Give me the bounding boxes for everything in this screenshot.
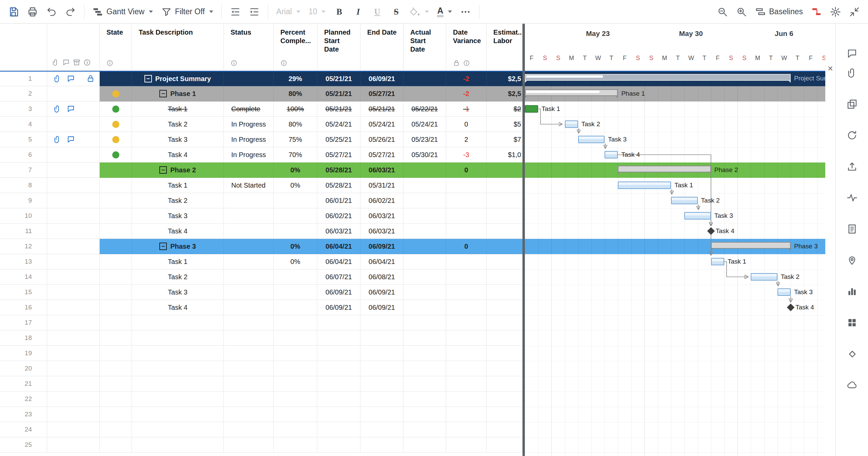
cell-start[interactable]: 06/09/21 [317, 300, 360, 315]
cell-status[interactable] [224, 361, 274, 376]
update-requests-button[interactable] [845, 128, 860, 143]
cell-end[interactable] [360, 422, 403, 437]
cell-percent[interactable] [274, 208, 317, 224]
cell-actual[interactable] [403, 346, 446, 361]
cell-task-description[interactable]: Task 2 [132, 193, 224, 208]
cell-start[interactable] [317, 392, 360, 407]
cell-labor[interactable] [487, 224, 522, 239]
proofs-button[interactable] [845, 97, 860, 112]
cell-end[interactable]: 06/02/21 [360, 193, 403, 208]
cell-task-description[interactable] [132, 330, 224, 346]
cell-end[interactable]: 06/03/21 [360, 224, 403, 239]
cell-status[interactable]: Not Started [224, 178, 274, 193]
cell-labor[interactable] [487, 437, 522, 453]
close-gantt-button[interactable]: × [826, 64, 835, 73]
gantt-bar-task[interactable] [618, 182, 671, 189]
font-family-select[interactable]: Arial [273, 3, 304, 21]
cell-variance[interactable] [446, 178, 487, 193]
cell-task-description[interactable]: Task 4 [132, 147, 224, 163]
cell-state[interactable] [100, 346, 132, 361]
font-size-select[interactable]: 10 [305, 3, 329, 21]
cell-actual[interactable] [403, 376, 446, 392]
row-number[interactable]: 20 [0, 361, 47, 376]
cell-actual[interactable] [403, 407, 446, 422]
cell-end[interactable]: 06/03/21 [360, 163, 403, 178]
cell-variance[interactable] [446, 300, 487, 315]
row-number[interactable]: 19 [0, 346, 47, 361]
row-number[interactable]: 25 [0, 437, 47, 453]
cell-actual[interactable]: 05/23/21 [403, 132, 446, 147]
cell-task-description[interactable]: Task 3 [132, 132, 224, 147]
summary-button[interactable] [845, 222, 860, 236]
cell-variance[interactable] [446, 193, 487, 208]
cell-state[interactable] [100, 147, 132, 163]
cell-labor[interactable] [487, 254, 522, 269]
row-attachment-icon[interactable] [53, 75, 61, 83]
cell-task-description[interactable] [132, 376, 224, 392]
cell-percent[interactable]: 80% [274, 117, 317, 132]
row-number[interactable]: 7 [0, 163, 47, 178]
cell-labor[interactable] [487, 346, 522, 361]
cell-state[interactable] [100, 361, 132, 376]
cell-variance[interactable] [446, 269, 487, 285]
cell-variance[interactable] [446, 407, 487, 422]
row-number[interactable]: 10 [0, 208, 47, 224]
cell-task-description[interactable] [132, 437, 224, 453]
cell-actual[interactable] [403, 239, 446, 254]
row-number[interactable]: 1 [0, 72, 47, 86]
gantt-bar-task[interactable] [684, 212, 711, 220]
cell-start[interactable] [317, 361, 360, 376]
print-button[interactable] [24, 3, 41, 21]
cell-start[interactable]: 06/04/21 [317, 239, 360, 254]
cell-variance[interactable] [446, 422, 487, 437]
cell-status[interactable] [224, 269, 274, 285]
cell-end[interactable]: 05/21/21 [360, 101, 403, 117]
cell-labor[interactable] [487, 285, 522, 300]
cell-task-description[interactable]: Task 1 [132, 178, 224, 193]
cell-task-description[interactable]: Task 3 [132, 208, 224, 224]
cell-end[interactable]: 06/08/21 [360, 269, 403, 285]
cell-percent[interactable] [274, 407, 317, 422]
cell-percent[interactable] [274, 330, 317, 346]
column-header-start[interactable]: PlannedStartDate [317, 24, 360, 71]
cell-actual[interactable] [403, 86, 446, 101]
cell-percent[interactable] [274, 437, 317, 453]
cell-start[interactable]: 05/25/21 [317, 132, 360, 147]
cell-end[interactable]: 06/09/21 [360, 300, 403, 315]
cell-state[interactable] [100, 101, 132, 117]
cell-status[interactable] [224, 72, 274, 86]
filter-button[interactable]: Filter Off [158, 3, 217, 21]
cell-labor[interactable] [487, 163, 522, 178]
cell-actual[interactable] [403, 300, 446, 315]
cell-status[interactable]: Complete [224, 101, 274, 117]
cell-percent[interactable]: 80% [274, 86, 317, 101]
cell-actual[interactable] [403, 178, 446, 193]
gantt-bar-task[interactable] [671, 197, 697, 204]
cell-variance[interactable] [446, 315, 487, 330]
save-button[interactable] [5, 3, 22, 21]
row-attachment-icon[interactable] [53, 105, 61, 113]
cell-task-description[interactable]: Task 3 [132, 285, 224, 300]
cell-labor[interactable] [487, 376, 522, 392]
row-comment-icon[interactable] [67, 75, 75, 83]
cell-actual[interactable] [403, 193, 446, 208]
cell-variance[interactable] [446, 437, 487, 453]
cell-task-description[interactable] [132, 392, 224, 407]
cell-state[interactable] [100, 208, 132, 224]
column-header-variance[interactable]: DateVariance [446, 24, 487, 71]
cell-percent[interactable] [274, 376, 317, 392]
column-header-task[interactable]: Task Description [132, 24, 224, 71]
cell-task-description[interactable]: Task 1 [132, 101, 224, 117]
cell-end[interactable]: 06/04/21 [360, 254, 403, 269]
cell-end[interactable] [360, 346, 403, 361]
cell-actual[interactable] [403, 208, 446, 224]
redo-button[interactable] [62, 3, 79, 21]
settings-button[interactable] [827, 3, 844, 21]
cell-start[interactable]: 06/03/21 [317, 224, 360, 239]
row-number[interactable]: 17 [0, 315, 47, 330]
gantt-bar-task[interactable] [605, 151, 618, 158]
cell-variance[interactable]: -2 [446, 72, 487, 86]
cell-variance[interactable] [446, 346, 487, 361]
cell-state[interactable] [100, 254, 132, 269]
cell-labor[interactable] [487, 269, 522, 285]
